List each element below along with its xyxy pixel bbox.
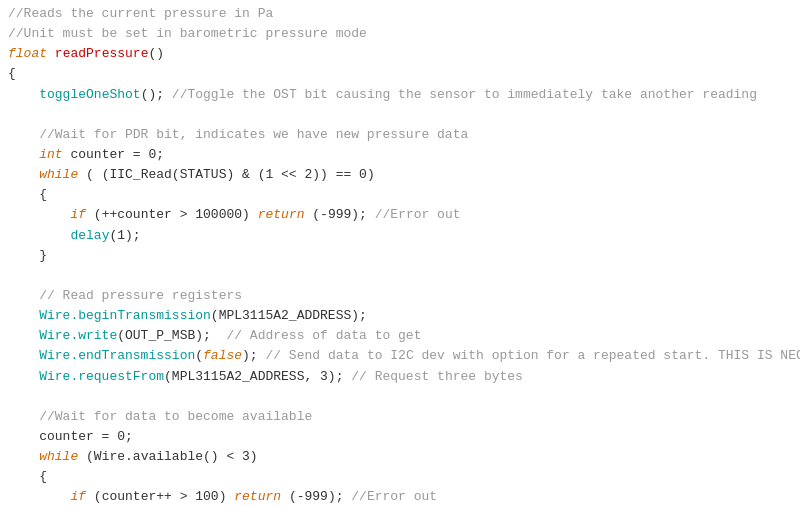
code-line: while (Wire.available() < 3) (8, 447, 792, 467)
code-line: //Unit must be set in barometric pressur… (8, 24, 792, 44)
code-line: // Read pressure registers (8, 286, 792, 306)
code-line: //Wait for data to become available (8, 407, 792, 427)
code-line: delay(1); (8, 226, 792, 246)
code-line: float readPressure() (8, 44, 792, 64)
code-line: //Wait for PDR bit, indicates we have ne… (8, 125, 792, 145)
code-line (8, 387, 792, 407)
code-line: { (8, 185, 792, 205)
code-line: if (++counter > 100000) return (-999); /… (8, 205, 792, 225)
code-line (8, 266, 792, 286)
code-line (8, 105, 792, 125)
code-line: int counter = 0; (8, 145, 792, 165)
code-container: //Reads the current pressure in Pa//Unit… (0, 0, 800, 506)
code-line: if (counter++ > 100) return (-999); //Er… (8, 487, 792, 506)
code-line: counter = 0; (8, 427, 792, 447)
code-line: Wire.write(OUT_P_MSB); // Address of dat… (8, 326, 792, 346)
code-line: while ( (IIC_Read(STATUS) & (1 << 2)) ==… (8, 165, 792, 185)
code-line: Wire.endTransmission(false); // Send dat… (8, 346, 792, 366)
code-line: //Reads the current pressure in Pa (8, 4, 792, 24)
code-line: toggleOneShot(); //Toggle the OST bit ca… (8, 85, 792, 105)
code-line: { (8, 64, 792, 84)
code-line: Wire.requestFrom(MPL3115A2_ADDRESS, 3); … (8, 367, 792, 387)
code-line: { (8, 467, 792, 487)
code-line: } (8, 246, 792, 266)
code-line: Wire.beginTransmission(MPL3115A2_ADDRESS… (8, 306, 792, 326)
